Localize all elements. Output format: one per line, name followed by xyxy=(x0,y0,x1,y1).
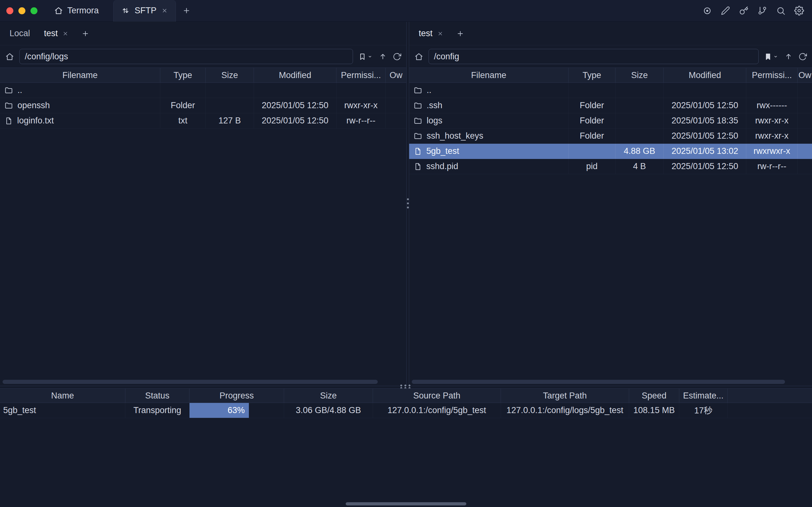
tab-test-right[interactable]: test xyxy=(412,22,450,45)
file-permissions: rw-r--r-- xyxy=(746,159,798,174)
column-header-source-path[interactable]: Source Path xyxy=(373,389,501,403)
column-header-progress[interactable]: Progress xyxy=(190,389,284,403)
column-header-filename[interactable]: Filename xyxy=(409,68,569,82)
transfer-target-path: 127.0.0.1:/config/logs/5gb_test xyxy=(501,403,629,418)
transfer-estimate: 17秒 xyxy=(679,403,727,418)
file-permissions: rwxrwxr-x xyxy=(746,144,798,159)
left-file-table: Filename Type Size Modified Permissi... … xyxy=(0,68,406,386)
right-bookmark-button[interactable] xyxy=(764,52,779,61)
bottom-scrollbar-thumb[interactable] xyxy=(346,502,466,505)
file-row[interactable]: .. xyxy=(409,83,812,98)
transfer-status: Transporting xyxy=(125,403,190,418)
close-window-button[interactable] xyxy=(6,7,13,14)
minimize-window-button[interactable] xyxy=(18,7,25,14)
file-size: 4 B xyxy=(615,159,664,174)
column-header-status[interactable]: Status xyxy=(125,389,190,403)
file-size xyxy=(615,83,664,98)
column-header-owner[interactable]: Ow xyxy=(798,68,812,82)
folder-icon xyxy=(414,132,422,140)
file-type xyxy=(569,144,615,159)
maximize-window-button[interactable] xyxy=(31,7,38,14)
column-header-size[interactable]: Size xyxy=(284,389,373,403)
sftp-panes: Local test xyxy=(0,22,812,386)
left-pathbar xyxy=(0,45,406,68)
column-header-type[interactable]: Type xyxy=(569,68,615,82)
horizontal-panel-splitter[interactable] xyxy=(0,386,812,388)
right-parent-dir-button[interactable] xyxy=(784,52,793,61)
column-header-size[interactable]: Size xyxy=(615,68,664,82)
left-refresh-button[interactable] xyxy=(393,52,401,61)
close-tab-icon[interactable] xyxy=(62,31,68,37)
chevron-down-icon xyxy=(773,54,779,60)
file-name: openssh xyxy=(17,101,50,110)
left-new-tab-button[interactable] xyxy=(75,22,95,45)
file-owner xyxy=(798,144,812,159)
close-tab-icon[interactable] xyxy=(437,31,443,37)
column-header-target-path[interactable]: Target Path xyxy=(501,389,629,403)
file-owner xyxy=(798,98,812,113)
file-row[interactable]: logs Folder 2025/01/05 18:35 rwxr-xr-x xyxy=(409,113,812,128)
file-row[interactable]: ssh_host_keys Folder 2025/01/05 12:50 rw… xyxy=(409,128,812,144)
column-header-modified[interactable]: Modified xyxy=(664,68,746,82)
right-path-input[interactable] xyxy=(429,49,759,64)
chevron-down-icon xyxy=(367,54,373,60)
column-header-type[interactable]: Type xyxy=(160,68,206,82)
titlebar: Termora SFTP xyxy=(0,0,812,21)
horizontal-scrollbar-thumb[interactable] xyxy=(3,380,378,384)
file-modified: 2025/01/05 18:35 xyxy=(664,113,746,128)
plus-icon xyxy=(182,6,191,15)
file-row[interactable]: .. xyxy=(0,83,406,98)
right-home-button[interactable] xyxy=(414,52,424,61)
file-row[interactable]: loginfo.txt txt 127 B 2025/01/05 12:50 r… xyxy=(0,113,406,128)
column-header-modified[interactable]: Modified xyxy=(254,68,336,82)
left-pane: Local test xyxy=(0,22,407,386)
record-button[interactable] xyxy=(702,6,712,15)
close-tab-icon[interactable] xyxy=(161,7,168,14)
transfer-row[interactable]: 5gb_test Transporting 63% 3.06 GB/4.88 G… xyxy=(0,403,812,418)
tab-local[interactable]: Local xyxy=(3,22,37,45)
search-icon xyxy=(776,6,786,15)
search-button[interactable] xyxy=(776,6,786,15)
column-header-estimate[interactable]: Estimate... xyxy=(679,389,727,403)
right-pane-tabbar: test xyxy=(409,22,812,45)
settings-button[interactable] xyxy=(794,6,804,15)
column-header-filename[interactable]: Filename xyxy=(0,68,160,82)
left-table-header: Filename Type Size Modified Permissi... … xyxy=(0,68,406,83)
edit-button[interactable] xyxy=(720,6,730,15)
tab-sftp[interactable]: SFTP xyxy=(113,0,176,21)
column-header-permissions[interactable]: Permissi... xyxy=(746,68,798,82)
file-row-selected[interactable]: 5gb_test 4.88 GB 2025/01/05 13:02 rwxrwx… xyxy=(409,144,812,159)
left-bookmark-button[interactable] xyxy=(358,52,373,61)
column-header-filler xyxy=(727,389,812,403)
file-row[interactable]: .ssh Folder 2025/01/05 12:50 rwx------ xyxy=(409,98,812,113)
column-header-speed[interactable]: Speed xyxy=(629,389,679,403)
file-permissions: rwxr-xr-x xyxy=(336,98,386,113)
left-home-button[interactable] xyxy=(5,52,14,61)
branch-button[interactable] xyxy=(757,6,767,15)
column-header-size[interactable]: Size xyxy=(206,68,254,82)
column-header-permissions[interactable]: Permissi... xyxy=(336,68,386,82)
file-owner xyxy=(386,83,406,98)
left-pane-tabbar: Local test xyxy=(0,22,406,45)
transfer-table-header: Name Status Progress Size Source Path Ta… xyxy=(0,388,812,403)
folder-icon xyxy=(4,86,13,95)
new-terminal-tab-button[interactable] xyxy=(176,0,197,21)
right-refresh-button[interactable] xyxy=(798,52,807,61)
column-header-name[interactable]: Name xyxy=(0,389,125,403)
left-parent-dir-button[interactable] xyxy=(378,52,387,61)
left-path-input[interactable] xyxy=(19,49,353,64)
file-row[interactable]: openssh Folder 2025/01/05 12:50 rwxr-xr-… xyxy=(0,98,406,113)
horizontal-scrollbar-thumb[interactable] xyxy=(412,380,785,384)
right-new-tab-button[interactable] xyxy=(450,22,470,45)
file-row[interactable]: sshd.pid pid 4 B 2025/01/05 12:50 rw-r--… xyxy=(409,159,812,174)
progress-label: 63% xyxy=(228,405,245,415)
file-modified: 2025/01/05 12:50 xyxy=(254,113,336,128)
tab-test-left[interactable]: test xyxy=(37,22,76,45)
refresh-icon xyxy=(393,52,401,61)
vertical-pane-splitter[interactable] xyxy=(407,22,409,386)
right-path-actions xyxy=(764,52,807,61)
bookmark-icon xyxy=(764,52,772,61)
keys-button[interactable] xyxy=(739,6,749,15)
app-home-tab[interactable]: Termora xyxy=(54,6,99,15)
column-header-owner[interactable]: Ow xyxy=(386,68,406,82)
